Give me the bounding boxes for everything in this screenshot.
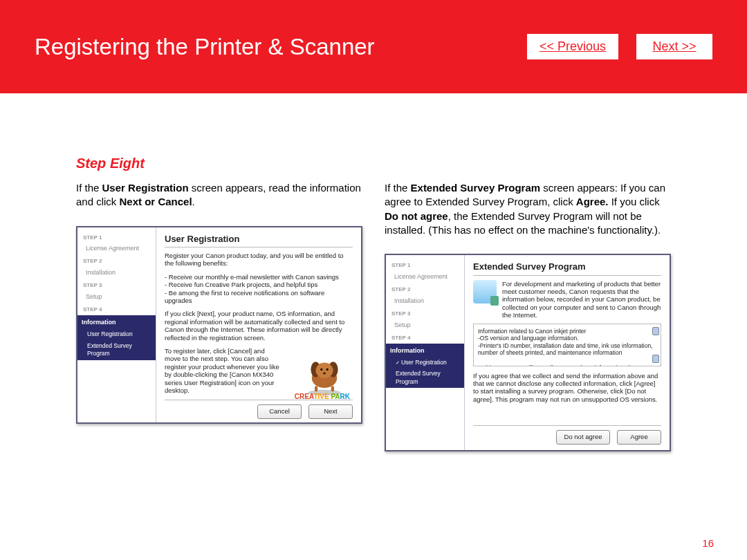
do-not-agree-button[interactable]: Do not agree xyxy=(556,430,610,445)
sidebar-step: STEP 3 xyxy=(77,279,156,291)
sidebar-step: STEP 1 xyxy=(386,259,464,271)
extended-survey-dialog: STEP 1 License Agreement STEP 2 Installa… xyxy=(385,254,671,451)
info-row: For development and marketing of product… xyxy=(473,280,661,319)
scrollbar-up-icon[interactable] xyxy=(652,327,659,335)
dialog-paragraph: - Receive our monthly e-mail newsletter … xyxy=(165,273,353,305)
svg-rect-9 xyxy=(331,386,334,391)
dialog-title: Extended Survey Program xyxy=(473,261,661,273)
sidebar-active-item: Information xyxy=(77,315,156,329)
svg-rect-8 xyxy=(315,386,317,391)
next-button[interactable]: Next xyxy=(308,404,353,419)
right-column: If the Extended Survey Program screen ap… xyxy=(385,181,671,451)
dog-mascot-icon xyxy=(300,349,349,398)
left-intro: If the User Registration screen appears,… xyxy=(76,181,362,209)
left-column: If the User Registration screen appears,… xyxy=(76,181,362,451)
divider xyxy=(473,275,661,276)
sidebar-sub-item: Extended Survey Program xyxy=(77,341,156,360)
sidebar-active-item: Information xyxy=(386,344,464,357)
sidebar-item: Setup xyxy=(77,291,156,304)
dialog-body: User Registration Register your Canon pr… xyxy=(156,227,361,422)
svg-point-5 xyxy=(320,368,322,370)
sidebar-step: STEP 1 xyxy=(77,232,156,243)
dialog-body: Extended Survey Program For development … xyxy=(465,255,670,450)
sidebar-step: STEP 2 xyxy=(77,255,156,267)
user-registration-dialog: STEP 1 License Agreement STEP 2 Installa… xyxy=(76,226,362,424)
scrollbar-down-icon[interactable] xyxy=(652,355,659,363)
creative-park-logo: CREATIVE PARK xyxy=(295,392,350,402)
dialog-paragraph: Register your Canon product today, and y… xyxy=(165,252,353,268)
step-heading: Step Eight xyxy=(76,156,671,171)
sidebar-item: Setup xyxy=(386,319,464,332)
banner: Registering the Printer & Scanner << Pre… xyxy=(0,0,747,93)
columns: If the User Registration screen appears,… xyxy=(76,181,671,451)
divider xyxy=(165,247,353,248)
sidebar-step: STEP 4 xyxy=(77,304,156,315)
dialog-sidebar: STEP 1 License Agreement STEP 2 Installa… xyxy=(77,227,156,422)
sidebar-step: STEP 2 xyxy=(386,283,464,295)
agree-button[interactable]: Agree xyxy=(617,430,661,445)
previous-button[interactable]: << Previous xyxy=(527,34,618,59)
sidebar-item: License Agreement xyxy=(77,243,156,255)
page-title: Registering the Printer & Scanner xyxy=(35,34,375,60)
sidebar-sub-item-checked: User Registration xyxy=(386,357,464,368)
dialog-paragraph: If you agree that we collect and send th… xyxy=(473,372,661,404)
sidebar-step: STEP 4 xyxy=(386,332,464,344)
sidebar-item: License Agreement xyxy=(386,271,464,283)
dialog-sidebar: STEP 1 License Agreement STEP 2 Installa… xyxy=(386,255,465,450)
dialog-title: User Registration xyxy=(165,233,353,245)
nav-buttons: << Previous Next >> xyxy=(527,34,712,59)
dialog-paragraph: If you click [Next], your product name, … xyxy=(165,310,353,342)
dialog-footer: Cancel Next xyxy=(165,400,353,419)
info-scroll-box[interactable]: Information related to Canon inkjet prin… xyxy=(473,324,661,366)
svg-point-6 xyxy=(326,368,329,370)
right-intro: If the Extended Survey Program screen ap… xyxy=(385,181,671,237)
dialog-paragraph: For development and marketing of product… xyxy=(502,280,661,319)
sidebar-step: STEP 3 xyxy=(386,308,464,319)
survey-computer-icon xyxy=(473,280,497,304)
dialog-paragraph: To register later, click [Cancel] and mo… xyxy=(165,347,282,394)
svg-point-7 xyxy=(323,372,326,374)
info-box-text: Information related to Canon inkjet prin… xyxy=(478,328,654,366)
dialog-footer: Do not agree Agree xyxy=(473,425,661,445)
sidebar-sub-item: Extended Survey Program xyxy=(386,368,464,388)
sidebar-sub-item: User Registration xyxy=(77,329,156,340)
sidebar-item: Installation xyxy=(386,295,464,308)
page-number: 16 xyxy=(702,537,714,549)
sidebar-item: Installation xyxy=(77,267,156,279)
content: Step Eight If the User Registration scre… xyxy=(0,93,747,451)
cancel-button[interactable]: Cancel xyxy=(257,404,302,419)
next-button[interactable]: Next >> xyxy=(636,34,712,59)
svg-point-4 xyxy=(315,362,333,377)
